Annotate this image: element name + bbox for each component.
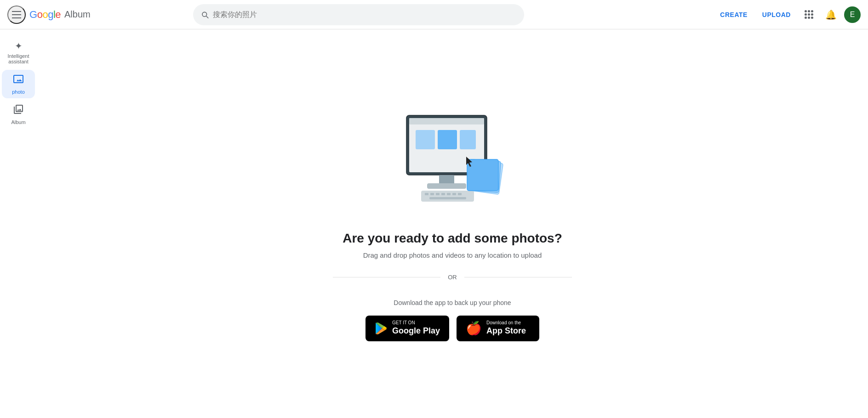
bell-icon: 🔔 bbox=[825, 9, 837, 20]
svg-rect-8 bbox=[421, 191, 474, 202]
search-icon bbox=[200, 10, 209, 19]
divider-or: OR bbox=[333, 274, 572, 281]
apps-grid-icon bbox=[805, 10, 813, 19]
sidebar-item-photos-label: photo bbox=[12, 89, 25, 95]
apple-icon: 🍎 bbox=[466, 322, 482, 335]
main-subtext: Drag and drop photos and videos to any l… bbox=[363, 251, 542, 259]
svg-rect-7 bbox=[427, 183, 466, 189]
logo-album: Album bbox=[64, 9, 91, 20]
divider-line-right bbox=[464, 277, 572, 277]
search-input[interactable] bbox=[213, 11, 517, 19]
svg-rect-3 bbox=[416, 130, 435, 149]
svg-rect-11 bbox=[436, 193, 440, 195]
sidebar-item-photos[interactable]: photo bbox=[2, 70, 35, 98]
svg-rect-5 bbox=[460, 130, 476, 149]
sidebar-item-assistant-label: Intelligentassistant bbox=[7, 53, 29, 64]
search-bar[interactable] bbox=[193, 4, 524, 25]
upload-illustration bbox=[393, 106, 512, 216]
logo[interactable]: Google Album bbox=[29, 9, 91, 21]
google-play-icon bbox=[375, 322, 388, 335]
google-play-button[interactable]: GET IT ON Google Play bbox=[365, 316, 449, 341]
logo-google: Google bbox=[29, 9, 61, 21]
svg-rect-4 bbox=[438, 130, 457, 149]
create-button[interactable]: CREATE bbox=[714, 7, 753, 22]
avatar[interactable]: E bbox=[844, 6, 861, 23]
assistant-icon: ✦ bbox=[15, 40, 23, 51]
svg-rect-9 bbox=[425, 193, 428, 195]
header: Google Album CREATE UPLOAD 🔔 E bbox=[0, 0, 868, 29]
sidebar-item-albums[interactable]: Album bbox=[2, 100, 35, 129]
svg-rect-15 bbox=[458, 193, 462, 195]
app-store-text: Download on the App Store bbox=[486, 320, 526, 336]
or-text: OR bbox=[440, 274, 464, 281]
svg-rect-6 bbox=[439, 175, 454, 184]
svg-rect-13 bbox=[447, 193, 451, 195]
divider-line-left bbox=[333, 277, 440, 277]
svg-rect-12 bbox=[441, 193, 445, 195]
menu-button[interactable] bbox=[7, 6, 26, 24]
download-label: Download the app to back up your phone bbox=[394, 299, 511, 306]
apps-button[interactable] bbox=[800, 6, 818, 24]
sidebar-item-albums-label: Album bbox=[11, 119, 25, 125]
svg-rect-19 bbox=[467, 159, 498, 191]
main-content: Are you ready to add some photos? Drag a… bbox=[37, 29, 868, 418]
notifications-button[interactable]: 🔔 bbox=[822, 6, 840, 24]
album-icon bbox=[13, 104, 24, 118]
svg-rect-14 bbox=[452, 193, 456, 195]
header-actions: CREATE UPLOAD 🔔 E bbox=[714, 6, 861, 24]
svg-rect-2 bbox=[409, 118, 484, 124]
app-store-button[interactable]: 🍎 Download on the App Store bbox=[457, 316, 539, 341]
sidebar-item-assistant[interactable]: ✦ Intelligentassistant bbox=[2, 37, 35, 68]
google-play-text: GET IT ON Google Play bbox=[392, 320, 440, 336]
store-buttons: GET IT ON Google Play 🍎 Download on the … bbox=[365, 316, 539, 341]
svg-rect-10 bbox=[430, 193, 434, 195]
main-heading: Are you ready to add some photos? bbox=[343, 231, 562, 246]
sidebar: ✦ Intelligentassistant photo Album bbox=[0, 29, 37, 418]
svg-rect-16 bbox=[429, 197, 466, 199]
photos-icon bbox=[13, 73, 24, 87]
upload-button[interactable]: UPLOAD bbox=[757, 7, 796, 22]
